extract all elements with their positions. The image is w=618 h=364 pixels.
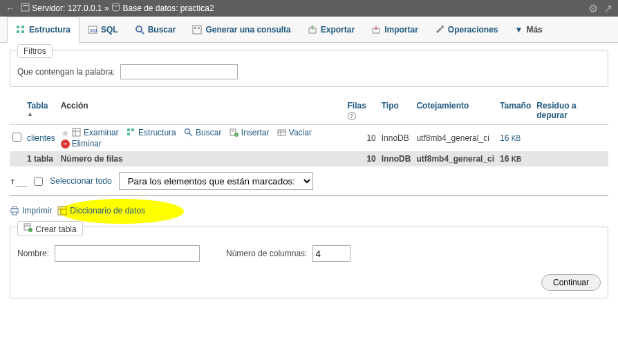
dictionary-link[interactable]: Diccionario de datos [70, 206, 145, 215]
svg-rect-17 [73, 128, 80, 136]
db-label: Base de datos: [122, 3, 178, 13]
gear-icon[interactable]: ⚙ [588, 2, 598, 15]
create-table-icon [24, 223, 33, 233]
svg-rect-34 [12, 212, 17, 215]
back-icon[interactable]: ← [6, 3, 15, 14]
structure-small-icon [127, 128, 136, 137]
th-table[interactable]: Tabla▲ [24, 97, 58, 125]
th-type[interactable]: Tipo [379, 97, 414, 125]
svg-rect-5 [21, 26, 24, 28]
dropdown-icon: ▼ [515, 25, 523, 35]
svg-rect-20 [127, 128, 130, 131]
select-all-row: ↑__ Seleccionar todo Para los elementos … [10, 166, 608, 196]
server-icon [21, 3, 30, 14]
continue-button[interactable]: Continuar [541, 274, 601, 291]
tab-structure[interactable]: Estructura [7, 17, 79, 43]
svg-rect-3 [17, 26, 19, 28]
svg-rect-1 [23, 5, 28, 6]
filter-input[interactable] [120, 64, 238, 79]
filters-fieldset: Filtros Que contengan la palabra: [10, 50, 608, 87]
tables-list: Tabla▲ Acción Filas ? Tipo Cotejamiento … [10, 97, 608, 166]
dictionary-icon [57, 206, 67, 215]
structure-icon [16, 25, 26, 35]
empty-icon [277, 128, 287, 137]
tab-sql[interactable]: SQL SQL [79, 17, 127, 42]
links-row: Imprimir Diccionario de datos [10, 196, 608, 222]
breadcrumb-bar: ← Servidor: 127.0.0.1 » Base de datos: p… [0, 0, 618, 17]
svg-line-24 [189, 133, 192, 136]
svg-point-40 [28, 228, 32, 232]
db-link[interactable]: practica2 [180, 3, 214, 13]
query-icon [192, 25, 202, 35]
name-label: Nombre: [17, 249, 49, 258]
svg-point-2 [113, 3, 120, 6]
svg-rect-33 [12, 207, 17, 209]
search-small-icon [184, 128, 194, 137]
svg-rect-21 [131, 128, 134, 131]
create-legend: Crear tabla [17, 221, 83, 236]
row-collation: utf8mb4_general_ci [413, 125, 497, 152]
svg-rect-12 [194, 27, 196, 29]
create-table-fieldset: Crear tabla Nombre: Número de columnas: … [10, 227, 608, 298]
table-name-input[interactable] [55, 245, 200, 262]
cols-label: Número de columnas: [226, 249, 307, 258]
bulk-action-select[interactable]: Para los elementos que están marcados: [119, 172, 313, 190]
structure-link[interactable]: Estructura [127, 128, 176, 137]
select-all-checkbox[interactable] [34, 177, 43, 186]
th-rows[interactable]: Filas ? [345, 97, 379, 125]
sql-icon: SQL [88, 25, 97, 35]
search-link[interactable]: Buscar [184, 128, 221, 137]
th-collation[interactable]: Cotejamiento [413, 97, 497, 125]
server-link[interactable]: 127.0.0.1 [68, 3, 102, 13]
insert-link[interactable]: +Insertar [230, 128, 270, 137]
svg-rect-6 [21, 30, 24, 33]
tab-export[interactable]: Exportar [299, 17, 363, 42]
table-name-link[interactable]: clientes [27, 133, 55, 143]
svg-point-16 [441, 26, 444, 28]
tab-more[interactable]: ▼ Más [507, 17, 551, 42]
svg-line-10 [141, 31, 144, 34]
th-size[interactable]: Tamaño [497, 97, 534, 125]
tab-query[interactable]: Generar una consulta [184, 17, 299, 42]
empty-link[interactable]: Vaciar [277, 128, 312, 137]
svg-rect-11 [193, 26, 201, 34]
favorite-icon[interactable]: ★ [61, 128, 70, 139]
svg-rect-29 [278, 130, 285, 135]
tab-bar: Estructura SQL SQL Buscar Generar una co… [0, 17, 618, 43]
browse-link[interactable]: Examinar [72, 128, 119, 137]
drop-icon: − [61, 140, 70, 149]
table-footer: 1 tabla Número de filas 10 InnoDB utf8mb… [10, 151, 608, 166]
columns-input[interactable] [312, 245, 350, 262]
filter-label: Que contengan la palabra: [17, 67, 115, 77]
svg-rect-13 [198, 27, 200, 29]
svg-text:SQL: SQL [90, 28, 97, 32]
filters-legend: Filtros [17, 44, 53, 58]
import-icon [371, 25, 381, 35]
tab-operations[interactable]: Operaciones [427, 17, 507, 42]
browse-icon [72, 128, 82, 137]
tab-import[interactable]: Importar [363, 17, 427, 42]
select-all-link[interactable]: Seleccionar todo [50, 176, 111, 186]
database-icon [111, 3, 120, 14]
arrow-up-icon: ↑__ [10, 175, 27, 186]
row-size: 16 KB [497, 125, 534, 152]
row-checkbox[interactable] [12, 133, 21, 142]
insert-icon: + [230, 128, 239, 137]
row-count: 10 [345, 125, 379, 152]
table-row: clientes ★ Examinar Estructura Buscar +I… [10, 125, 608, 152]
print-icon [10, 206, 19, 215]
help-icon[interactable]: ? [348, 112, 356, 120]
svg-rect-0 [21, 3, 29, 11]
server-label: Servidor: [32, 3, 65, 13]
print-link[interactable]: Imprimir [22, 206, 52, 215]
tab-search[interactable]: Buscar [127, 17, 185, 42]
search-icon [135, 25, 144, 35]
export-icon [308, 25, 317, 35]
th-overhead[interactable]: Residuo a depurar [534, 97, 608, 125]
svg-text:+: + [235, 133, 238, 137]
drop-link[interactable]: −Eliminar [61, 139, 102, 149]
svg-point-9 [136, 26, 142, 32]
operations-icon [435, 25, 444, 35]
svg-rect-22 [127, 133, 130, 135]
exit-icon[interactable]: ↗ [603, 2, 612, 15]
